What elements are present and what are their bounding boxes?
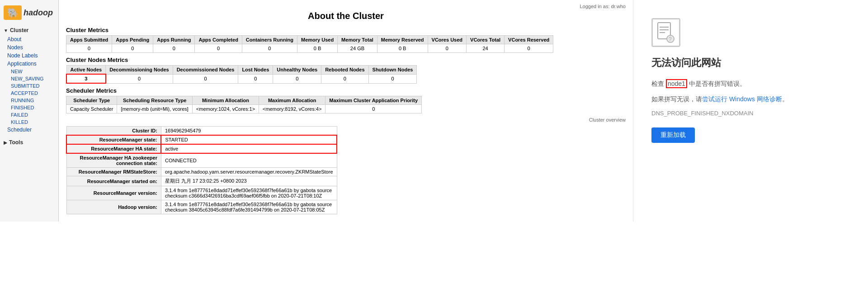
- error-title: 无法访问此网站: [651, 56, 721, 70]
- col-shutdown-nodes: Shutdown Nodes: [368, 66, 417, 75]
- error-desc1-prefix: 检查: [651, 80, 666, 87]
- val-memory-reserved: 0 B: [377, 44, 428, 53]
- col-vcores-total: VCores Total: [467, 36, 505, 44]
- label-cluster-id: Cluster ID:: [66, 127, 161, 136]
- val-active-nodes[interactable]: 3: [66, 74, 106, 83]
- sidebar-item-running[interactable]: RUNNING: [0, 97, 58, 104]
- col-scheduler-type: Scheduler Type: [66, 96, 117, 105]
- val-maximum-allocation: <memory:8192, vCores:4>: [259, 105, 326, 113]
- val-hadoop-version: 3.1.4 from 1e877761e8dadd71effef30e59236…: [161, 200, 337, 214]
- tools-section-header[interactable]: ▶ Tools: [0, 137, 58, 147]
- val-rm-started: 星期日 九月 17 23:02:25 +0800 2023: [161, 176, 337, 186]
- col-memory-used: Memory Used: [297, 36, 337, 44]
- cluster-overview-header: Cluster overview: [66, 117, 626, 123]
- sidebar-item-applications[interactable]: Applications: [0, 60, 58, 68]
- error-desc1-suffix: 中是否有拼写错误。: [687, 80, 746, 87]
- val-vcores-total: 24: [467, 44, 505, 53]
- sidebar-item-failed[interactable]: FAILED: [0, 111, 58, 118]
- error-node1-highlight: node1: [666, 79, 687, 88]
- sidebar-item-new[interactable]: NEW: [0, 68, 58, 75]
- val-scheduler-type: Capacity Scheduler: [66, 105, 117, 113]
- col-decommissioning-nodes: Decommissioning Nodes: [106, 66, 173, 75]
- val-containers-running: 0: [242, 44, 297, 53]
- col-apps-pending: Apps Pending: [112, 36, 153, 44]
- label-rm-started: ResourceManager started on:: [66, 176, 161, 186]
- svg-text:?: ?: [669, 36, 672, 42]
- sidebar-item-node-labels[interactable]: Node Labels: [0, 52, 58, 60]
- sidebar-item-accepted[interactable]: ACCEPTED: [0, 90, 58, 97]
- error-page-icon: ?: [651, 18, 680, 47]
- error-panel: ? 无法访问此网站 检查 node1 中是否有拼写错误。 如果拼写无误，请尝试运…: [633, 0, 868, 222]
- col-containers-running: Containers Running: [242, 36, 297, 44]
- col-active-nodes: Active Nodes: [66, 66, 106, 75]
- val-rm-state-store: org.apache.hadoop.yarn.server.resourcema…: [161, 168, 337, 176]
- val-rm-ha-state: active: [161, 144, 337, 153]
- hadoop-elephant-icon: 🐘: [4, 5, 22, 20]
- tools-label: Tools: [9, 139, 23, 146]
- cluster-overview-table: Cluster ID: 1694962945479 ResourceManage…: [66, 126, 337, 214]
- main-content: Logged in as: dr.who About the Cluster C…: [59, 0, 633, 222]
- scheduler-metrics-title: Scheduler Metrics: [66, 87, 626, 94]
- sidebar: 🐘 hadoop ▼ Cluster About Nodes Node Labe…: [0, 0, 59, 222]
- sidebar-item-nodes[interactable]: Nodes: [0, 43, 58, 52]
- val-scheduling-resource-type: [memory-mb (unit=Mi), vcores]: [117, 105, 192, 113]
- cluster-section-header[interactable]: ▼ Cluster: [0, 25, 58, 35]
- login-bar: Logged in as: dr.who: [66, 4, 626, 9]
- val-shutdown-nodes: 0: [368, 74, 417, 83]
- col-unhealthy-nodes: Unhealthy Nodes: [273, 66, 321, 75]
- val-memory-used: 0 B: [297, 44, 337, 53]
- col-minimum-allocation: Minimum Allocation: [192, 96, 259, 105]
- col-maximum-allocation: Maximum Allocation: [259, 96, 326, 105]
- error-desc-2: 如果拼写无误，请尝试运行 Windows 网络诊断。: [651, 94, 788, 104]
- val-cluster-id: 1694962945479: [161, 127, 337, 136]
- col-apps-submitted: Apps Submitted: [66, 36, 112, 44]
- sidebar-item-submitted[interactable]: SUBMITTED: [0, 82, 58, 90]
- col-memory-reserved: Memory Reserved: [377, 36, 428, 44]
- col-apps-completed: Apps Completed: [195, 36, 242, 44]
- cluster-nodes-metrics-title: Cluster Nodes Metrics: [66, 57, 626, 63]
- hadoop-title: hadoop: [24, 8, 53, 18]
- val-apps-pending: 0: [112, 44, 153, 53]
- error-desc2-prefix: 如果拼写无误，请: [651, 95, 702, 103]
- val-apps-submitted: 0: [66, 44, 112, 53]
- label-hadoop-version: Hadoop version:: [66, 200, 161, 214]
- page-title: About the Cluster: [66, 11, 626, 21]
- sidebar-item-scheduler[interactable]: Scheduler: [0, 126, 58, 134]
- val-max-cluster-app-priority: 0: [326, 105, 422, 113]
- label-rm-ha-state: ResourceManager HA state:: [66, 144, 161, 153]
- val-apps-running: 0: [153, 44, 195, 53]
- col-vcores-used: VCores Used: [428, 36, 466, 44]
- val-apps-completed: 0: [195, 44, 242, 53]
- col-apps-running: Apps Running: [153, 36, 195, 44]
- val-lost-nodes: 0: [238, 74, 273, 83]
- label-rm-state: ResourceManager state:: [66, 135, 161, 144]
- val-rebooted-nodes: 0: [321, 74, 368, 83]
- label-rm-ha-zk: ResourceManager HA zookeeper connection …: [66, 153, 161, 168]
- scheduler-metrics-table: Scheduler Type Scheduling Resource Type …: [66, 96, 422, 113]
- tools-arrow-icon: ▶: [4, 140, 7, 145]
- col-max-cluster-app-priority: Maximum Cluster Application Priority: [326, 96, 422, 105]
- cluster-arrow-icon: ▼: [4, 28, 8, 33]
- sidebar-item-new-saving[interactable]: NEW_SAVING: [0, 75, 58, 82]
- cluster-section: ▼ Cluster About Nodes Node Labels Applic…: [0, 25, 58, 134]
- col-lost-nodes: Lost Nodes: [238, 66, 273, 75]
- reload-button[interactable]: 重新加载: [651, 127, 695, 143]
- cluster-metrics-title: Cluster Metrics: [66, 27, 626, 33]
- sidebar-logo: 🐘 hadoop: [0, 4, 58, 24]
- col-rebooted-nodes: Rebooted Nodes: [321, 66, 368, 75]
- cluster-nodes-metrics-table: Active Nodes Decommissioning Nodes Decom…: [66, 65, 417, 84]
- error-network-diag-link[interactable]: 尝试运行 Windows 网络诊断: [702, 95, 782, 103]
- sidebar-item-finished[interactable]: FINISHED: [0, 104, 58, 111]
- col-scheduling-resource-type: Scheduling Resource Type: [117, 96, 192, 105]
- col-memory-total: Memory Total: [338, 36, 377, 44]
- cluster-metrics-table: Apps Submitted Apps Pending Apps Running…: [66, 35, 553, 53]
- error-desc2-suffix: 。: [782, 95, 788, 103]
- sidebar-item-about[interactable]: About: [0, 35, 58, 43]
- val-vcores-used: 0: [428, 44, 466, 53]
- col-vcores-reserved: VCores Reserved: [505, 36, 553, 44]
- val-decommissioning-nodes: 0: [106, 74, 173, 83]
- cluster-label: Cluster: [10, 27, 28, 33]
- val-rm-version: 3.1.4 from 1e877761e8dadd71effef30e59236…: [161, 186, 337, 200]
- sidebar-item-killed[interactable]: KILLED: [0, 118, 58, 126]
- val-rm-state: STARTED: [161, 135, 337, 144]
